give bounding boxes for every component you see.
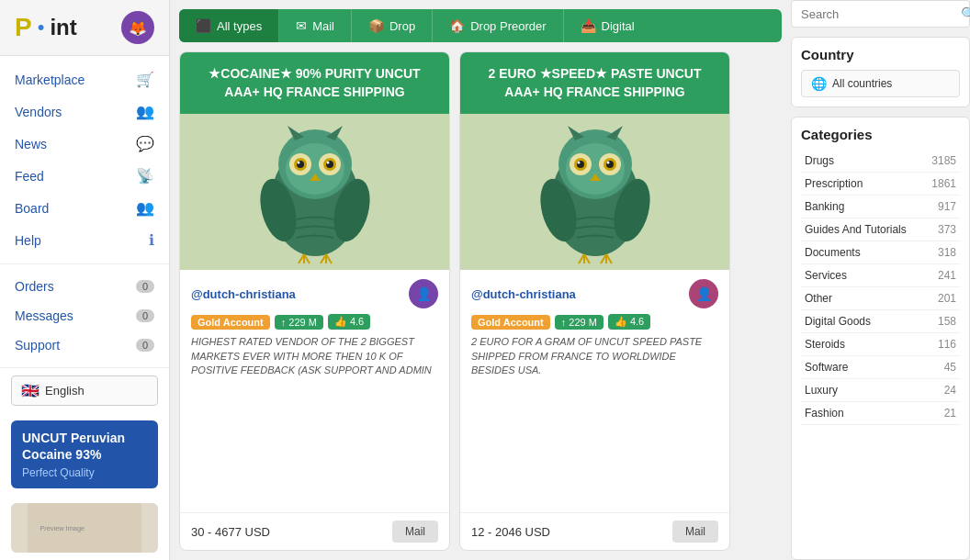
mail-button[interactable]: Mail [392,521,438,543]
filter-icon: 📥 [581,18,596,33]
language-label: English [45,384,85,398]
mail-button[interactable]: Mail [672,521,718,543]
sidebar-item-marketplace[interactable]: Marketplace🛒 [0,63,169,95]
country-section: Country 🌐 All countries [791,37,970,107]
card-image [460,114,729,270]
country-label: All countries [832,77,892,90]
country-title: Country [801,47,960,62]
vendor-name[interactable]: @dutch-christiana [471,287,576,301]
filter-tab-digital[interactable]: 📥Digital [564,9,651,42]
filter-tab-mail[interactable]: ✉Mail [279,9,352,42]
sidebar-item-icon: 💬 [136,135,154,152]
filter-icon: ⬛ [196,18,211,33]
category-item[interactable]: Other201 [801,287,960,310]
category-item[interactable]: Luxury24 [801,379,960,402]
sidebar: P • int 🦊 Marketplace🛒Vendors👥News💬Feed📡… [0,0,170,560]
language-selector[interactable]: 🇬🇧 English [11,375,158,406]
cards-area: ★COCAINE★ 90% PURITY UNCUT AAA+ HQ FRANC… [179,51,782,551]
category-item[interactable]: Guides And Tutorials373 [801,218,960,241]
category-count: 241 [938,269,956,282]
filter-tab-drop-preorder[interactable]: 🏠Drop Preorder [433,9,563,42]
vendor-name[interactable]: @dutch-christiana [191,287,296,301]
sidebar-account: Orders0Messages0Support0 [0,264,169,368]
logo-int: int [50,15,76,40]
search-icon[interactable]: 🔍 [961,6,970,21]
promo-image: Preview Image [11,503,158,553]
sidebar-item-icon: 👥 [136,103,154,120]
filter-icon: 🏠 [449,18,465,33]
sidebar-item-help[interactable]: Helpℹ [0,224,169,256]
sidebar-item-news[interactable]: News💬 [0,128,169,160]
account-item-badge: 0 [136,309,154,322]
card-price: 12 - 2046 USD [471,525,550,539]
filter-tabs: ⬛All types✉Mail📦Drop🏠Drop Preorder📥Digit… [179,9,782,42]
vendor-row: @dutch-christiana 👤 [471,279,718,308]
sidebar-item-label: Marketplace [15,73,85,87]
category-name: Services [805,269,847,282]
category-item[interactable]: Steroids116 [801,333,960,356]
category-item[interactable]: Drugs3185 [801,150,960,173]
card-image [180,114,449,270]
category-item[interactable]: Software45 [801,356,960,379]
vendor-avatar: 👤 [409,279,438,308]
sidebar-item-vendors[interactable]: Vendors👥 [0,95,169,128]
sidebar-account-support[interactable]: Support0 [0,330,169,360]
card-description: 2 EURO FOR A GRAM OF UNCUT SPEED PASTE S… [471,335,718,381]
vendor-row: @dutch-christiana 👤 [191,279,438,308]
filter-label: Digital [602,19,635,33]
sidebar-account-messages[interactable]: Messages0 [0,301,169,330]
filter-icon: 📦 [368,18,384,33]
category-count: 318 [938,246,956,259]
promo-box[interactable]: UNCUT Peruvian Cocaine 93% Perfect Quali… [11,420,158,488]
search-input[interactable] [801,7,955,21]
category-item[interactable]: Prescription1861 [801,173,960,196]
svg-point-36 [606,162,609,164]
category-name: Documents [805,246,861,259]
logo-dot: • [38,16,45,39]
gold-account-tag: Gold Account [191,315,270,330]
product-card: ★COCAINE★ 90% PURITY UNCUT AAA+ HQ FRANC… [179,51,450,551]
promo-title: UNCUT Peruvian Cocaine 93% [22,430,147,463]
category-count: 158 [938,315,956,328]
card-price: 30 - 4677 USD [191,525,270,539]
sidebar-item-feed[interactable]: Feed📡 [0,160,169,192]
account-item-label: Orders [15,279,54,294]
country-dropdown[interactable]: 🌐 All countries [801,70,960,97]
card-body: @dutch-christiana 👤 Gold Account ↑ 229 M… [180,270,449,512]
card-body: @dutch-christiana 👤 Gold Account ↑ 229 M… [460,270,729,512]
sidebar-account-orders[interactable]: Orders0 [0,272,169,301]
sidebar-item-board[interactable]: Board👥 [0,192,169,224]
category-name: Drugs [805,154,834,167]
category-name: Guides And Tutorials [805,223,907,236]
filter-icon: ✉ [296,18,307,33]
filter-label: Drop [389,19,415,33]
sidebar-item-label: Help [15,233,41,248]
search-box[interactable]: 🔍 [791,0,970,28]
product-card: 2 EURO ★SPEED★ PASTE UNCUT AAA+ HQ FRANC… [459,51,730,551]
sidebar-item-icon: 📡 [136,167,154,185]
sidebar-item-icon: 👥 [136,199,154,217]
category-count: 201 [938,292,956,305]
sidebar-item-label: Vendors [15,105,62,119]
category-item[interactable]: Fashion21 [801,402,960,425]
category-item[interactable]: Documents318 [801,241,960,264]
category-item[interactable]: Services241 [801,264,960,287]
logo-area: P • int 🦊 [0,0,169,56]
filter-tab-drop[interactable]: 📦Drop [352,9,433,42]
filter-label: Mail [312,19,334,33]
category-count: 373 [938,223,956,236]
svg-text:Preview Image: Preview Image [39,525,85,533]
main-content: ⬛All types✉Mail📦Drop🏠Drop Preorder📥Digit… [170,0,791,560]
category-name: Luxury [805,384,838,397]
category-count: 917 [938,200,956,213]
category-item[interactable]: Banking917 [801,196,960,218]
filter-tab-all-types[interactable]: ⬛All types [179,9,279,42]
account-item-badge: 0 [136,280,154,293]
category-count: 21 [944,407,956,420]
filter-label: All types [217,19,262,33]
category-item[interactable]: Digital Goods158 [801,310,960,333]
right-panel: 🔍 Country 🌐 All countries Categories Dru… [791,0,970,560]
sidebar-item-icon: ℹ [149,231,154,249]
category-name: Banking [805,200,844,213]
promo-sub: Perfect Quality [22,466,147,479]
